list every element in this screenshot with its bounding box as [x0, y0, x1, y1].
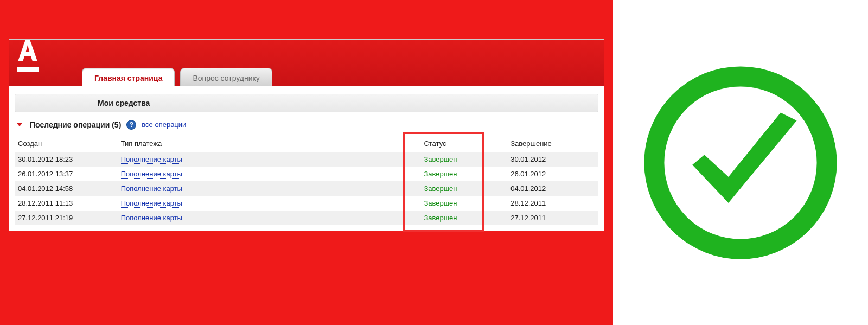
column-status: Статус	[410, 135, 496, 152]
tab-bar: Главная страница Вопрос сотруднику	[82, 68, 272, 86]
column-completion: Завершение	[496, 135, 598, 152]
tab-question-employee[interactable]: Вопрос сотруднику	[180, 68, 272, 86]
svg-rect-0	[17, 67, 39, 72]
payment-type-link[interactable]: Пополнение карты	[121, 184, 182, 193]
table-row: 30.01.2012 18:23 Пополнение карты Заверш…	[15, 152, 598, 167]
payment-type-link[interactable]: Пополнение карты	[121, 199, 182, 208]
tab-main-page[interactable]: Главная страница	[82, 68, 175, 86]
cell-status: Завершен	[410, 211, 496, 225]
cell-status: Завершен	[410, 196, 496, 211]
cell-type: Пополнение карты	[118, 167, 410, 181]
section-my-funds: Мои средства	[15, 94, 598, 112]
payment-type-link[interactable]: Пополнение карты	[121, 155, 182, 164]
cell-completion: 27.12.2011	[496, 211, 598, 225]
cell-created: 27.12.2011 21:19	[15, 211, 118, 225]
cell-type: Пополнение карты	[118, 211, 410, 225]
cell-completion: 26.01.2012	[496, 167, 598, 181]
cell-status: Завершен	[410, 152, 496, 167]
table-row: 26.01.2012 13:37 Пополнение карты Заверш…	[15, 167, 598, 181]
alfa-logo-icon	[12, 39, 43, 72]
cell-status: Завершен	[410, 181, 496, 196]
cell-completion: 30.01.2012	[496, 152, 598, 167]
right-panel	[613, 0, 868, 325]
cell-created: 04.01.2012 14:58	[15, 181, 118, 196]
column-created: Создан	[15, 135, 118, 152]
header-bar: Главная страница Вопрос сотруднику	[9, 40, 604, 86]
operations-table: Создан Тип платежа Статус Завершение 30.…	[15, 135, 598, 225]
all-operations-link[interactable]: все операции	[142, 120, 186, 130]
recent-operations-title: Последние операции (5)	[30, 120, 121, 129]
table-row: 28.12.2011 11:13 Пополнение карты Заверш…	[15, 196, 598, 211]
payment-type-link[interactable]: Пополнение карты	[121, 214, 182, 222]
left-panel: Главная страница Вопрос сотруднику Мои с…	[0, 0, 613, 325]
table-row: 04.01.2012 14:58 Пополнение карты Заверш…	[15, 181, 598, 196]
cell-status: Завершен	[410, 167, 496, 181]
app-container: Главная страница Вопрос сотруднику Мои с…	[9, 39, 604, 231]
cell-type: Пополнение карты	[118, 181, 410, 196]
column-type: Тип платежа	[118, 135, 410, 152]
cell-created: 26.01.2012 13:37	[15, 167, 118, 181]
cell-completion: 28.12.2011	[496, 196, 598, 211]
caret-down-icon[interactable]	[17, 123, 22, 126]
cell-type: Пополнение карты	[118, 152, 410, 167]
checkmark-circle-icon	[640, 62, 841, 263]
cell-created: 28.12.2011 11:13	[15, 196, 118, 211]
table-row: 27.12.2011 21:19 Пополнение карты Заверш…	[15, 211, 598, 225]
recent-operations-header: Последние операции (5) ? все операции	[9, 119, 604, 135]
payment-type-link[interactable]: Пополнение карты	[121, 170, 182, 179]
help-icon[interactable]: ?	[126, 120, 136, 130]
cell-type: Пополнение карты	[118, 196, 410, 211]
cell-created: 30.01.2012 18:23	[15, 152, 118, 167]
operations-table-area: Создан Тип платежа Статус Завершение 30.…	[9, 135, 604, 231]
cell-completion: 04.01.2012	[496, 181, 598, 196]
